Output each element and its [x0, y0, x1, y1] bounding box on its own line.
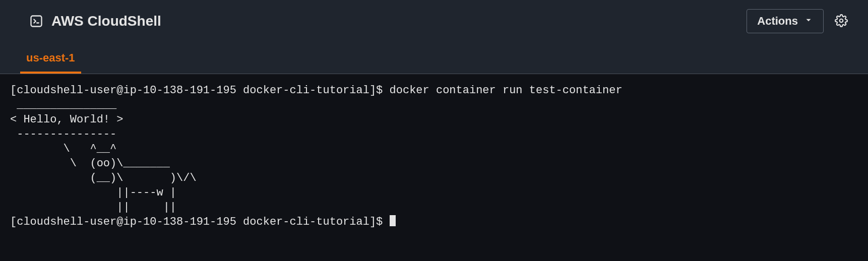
terminal-output: _______________ < Hello, World! > ------… — [10, 98, 858, 215]
tabs: us-east-1 — [0, 38, 868, 74]
gear-icon — [835, 14, 848, 29]
title-group: AWS CloudShell — [29, 13, 161, 29]
svg-point-2 — [840, 19, 843, 22]
right-controls: Actions — [747, 9, 848, 33]
caret-down-icon — [804, 15, 813, 28]
cloudshell-icon — [29, 14, 43, 28]
actions-button[interactable]: Actions — [747, 9, 824, 33]
tab-region[interactable]: us-east-1 — [20, 48, 81, 74]
page-title: AWS CloudShell — [51, 13, 161, 29]
terminal-prompt: [cloudshell-user@ip-10-138-191-195 docke… — [10, 216, 390, 228]
terminal[interactable]: [cloudshell-user@ip-10-138-191-195 docke… — [0, 74, 868, 238]
settings-button[interactable] — [835, 14, 848, 29]
actions-button-label: Actions — [757, 15, 798, 28]
terminal-cursor — [390, 215, 396, 226]
terminal-prompt: [cloudshell-user@ip-10-138-191-195 docke… — [10, 84, 390, 97]
header: AWS CloudShell Actions — [0, 0, 868, 38]
terminal-command: docker container run test-container — [390, 84, 623, 97]
